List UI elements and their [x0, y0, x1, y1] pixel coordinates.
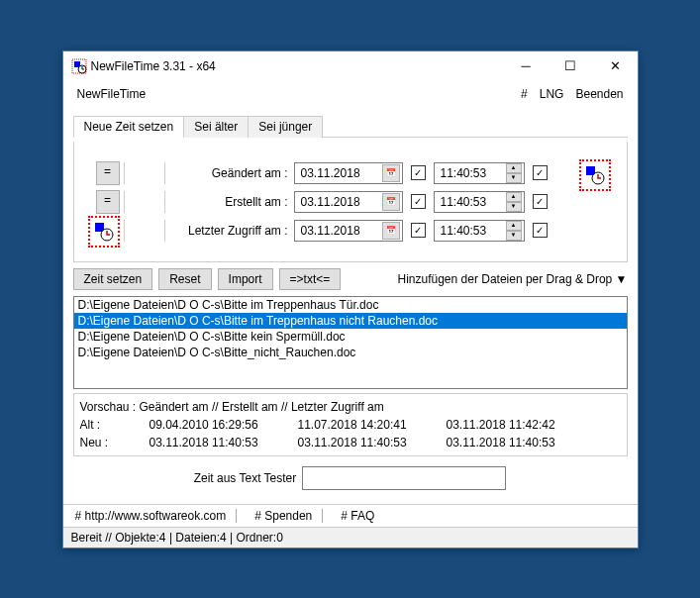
time-modified[interactable]: 11:40:53▲▼: [434, 162, 525, 184]
titlebar: NewFileTime 3.31 - x64 ─ ☐ ✕: [63, 51, 638, 81]
list-item[interactable]: D:\Eigene Dateien\D O C-s\Bitte_nicht_Ra…: [74, 345, 627, 360]
reset-button[interactable]: Reset: [158, 268, 211, 290]
time-accessed[interactable]: 11:40:53▲▼: [434, 220, 525, 242]
slider-created[interactable]: [124, 191, 165, 213]
list-item[interactable]: D:\Eigene Dateien\D O C-s\Bitte im Trepp…: [74, 313, 627, 329]
eq-button-created[interactable]: =: [96, 190, 120, 214]
set-time-icon[interactable]: [579, 159, 611, 191]
link-faq[interactable]: # FAQ: [337, 509, 378, 523]
slider-accessed[interactable]: [124, 220, 165, 242]
spinner-icon[interactable]: ▲▼: [506, 192, 522, 212]
time-created[interactable]: 11:40:53▲▼: [434, 191, 525, 213]
set-time-button[interactable]: Zeit setzen: [73, 268, 153, 290]
maximize-button[interactable]: ☐: [549, 51, 593, 81]
tester-input[interactable]: [302, 466, 506, 490]
action-bar: Zeit setzen Reset Import =>txt<= Hinzufü…: [73, 268, 628, 290]
menu-app[interactable]: NewFileTime: [71, 85, 516, 103]
link-homepage[interactable]: # http://www.softwareok.com: [71, 509, 231, 523]
status-bar: Bereit // Objekte:4 | Dateien:4 | Ordner…: [63, 528, 638, 548]
spinner-icon[interactable]: ▲▼: [506, 221, 522, 241]
eq-button-modified[interactable]: =: [96, 161, 120, 185]
link-donate[interactable]: # Spenden: [250, 509, 316, 523]
check-accessed-date[interactable]: ✓: [411, 223, 426, 238]
tab-older[interactable]: Sei älter: [183, 116, 249, 138]
app-icon: [71, 58, 87, 74]
date-created[interactable]: 03.11.2018📅: [294, 191, 403, 213]
date-modified[interactable]: 03.11.2018📅: [294, 162, 403, 184]
row-accessed: = Letzter Zugriff am : 03.11.2018📅 ✓ 11:…: [84, 219, 617, 243]
tab-younger[interactable]: Sei jünger: [248, 116, 323, 138]
import-button[interactable]: Import: [218, 268, 273, 290]
calendar-icon[interactable]: 📅: [382, 193, 400, 211]
check-accessed-time[interactable]: ✓: [533, 223, 548, 238]
app-window: NewFileTime 3.31 - x64 ─ ☐ ✕ NewFileTime…: [62, 50, 639, 548]
label-created: Erstellt am :: [169, 195, 294, 209]
label-accessed: Letzter Zugriff am :: [169, 224, 294, 238]
minimize-button[interactable]: ─: [504, 51, 549, 81]
tab-set-time[interactable]: Neue Zeit setzen: [73, 116, 185, 138]
label-modified: Geändert am :: [169, 166, 294, 180]
date-accessed[interactable]: 03.11.2018📅: [294, 220, 403, 242]
row-created: = Erstellt am : 03.11.2018📅 ✓ 11:40:53▲▼…: [84, 190, 617, 214]
tab-bar: Neue Zeit setzen Sei älter Sei jünger: [73, 115, 628, 138]
check-created-time[interactable]: ✓: [533, 194, 548, 209]
tester-label: Zeit aus Text Tester: [194, 471, 297, 485]
menubar: NewFileTime # LNG Beenden: [63, 81, 638, 107]
preview-header: Vorschau : Geändert am // Erstellt am //…: [80, 398, 621, 416]
row-modified: = Geändert am : 03.11.2018📅 ✓ 11:40:53▲▼…: [84, 161, 617, 185]
slider-modified[interactable]: [124, 162, 165, 184]
window-title: NewFileTime 3.31 - x64: [87, 59, 504, 73]
content: Neue Zeit setzen Sei älter Sei jünger = …: [63, 107, 638, 504]
menu-exit[interactable]: Beenden: [569, 85, 629, 103]
close-button[interactable]: ✕: [593, 51, 638, 81]
list-item[interactable]: D:\Eigene Dateien\D O C-s\Bitte kein Spe…: [74, 329, 627, 345]
footer-links: # http://www.softwareok.com # Spenden # …: [63, 504, 638, 528]
calendar-icon[interactable]: 📅: [382, 164, 400, 182]
tester-row: Zeit aus Text Tester: [73, 456, 628, 500]
export-txt-button[interactable]: =>txt<=: [279, 268, 342, 290]
time-panel: = Geändert am : 03.11.2018📅 ✓ 11:40:53▲▼…: [73, 142, 628, 262]
list-item[interactable]: D:\Eigene Dateien\D O C-s\Bitte im Trepp…: [74, 297, 627, 313]
menu-hash[interactable]: #: [515, 85, 534, 103]
dragdrop-menu[interactable]: Hinzufügen der Dateien per Drag & Drop ▼: [398, 272, 628, 286]
preview-old-row: Alt : 09.04.2010 16:29:56 11.07.2018 14:…: [80, 416, 621, 434]
calendar-icon[interactable]: 📅: [382, 222, 400, 240]
check-created-date[interactable]: ✓: [411, 194, 426, 209]
preview-new-row: Neu : 03.11.2018 11:40:53 03.11.2018 11:…: [80, 434, 621, 451]
check-modified-date[interactable]: ✓: [411, 165, 426, 180]
file-list[interactable]: D:\Eigene Dateien\D O C-s\Bitte im Trepp…: [73, 296, 628, 389]
spinner-icon[interactable]: ▲▼: [506, 163, 522, 183]
get-time-icon[interactable]: [88, 216, 120, 248]
check-modified-time[interactable]: ✓: [533, 165, 548, 180]
menu-lng[interactable]: LNG: [534, 85, 570, 103]
preview-panel: Vorschau : Geändert am // Erstellt am //…: [73, 393, 628, 456]
